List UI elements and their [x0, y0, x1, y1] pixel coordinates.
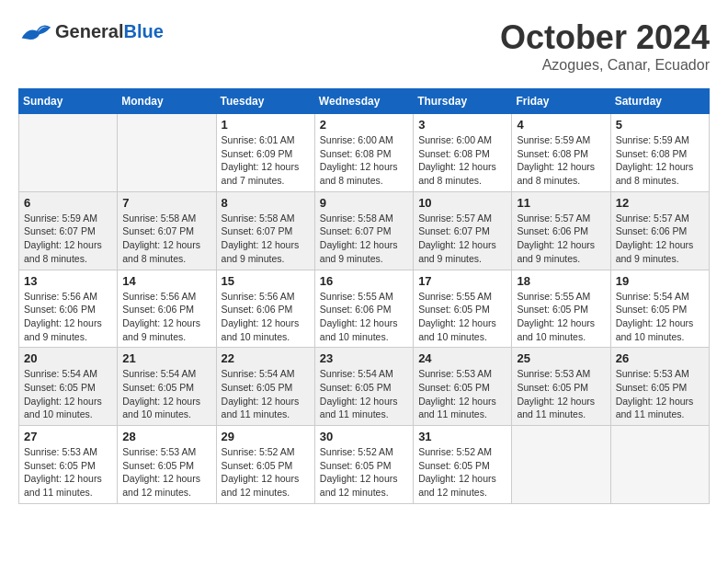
calendar-day-cell: 1Sunrise: 6:01 AM Sunset: 6:09 PM Daylig… — [216, 114, 314, 192]
calendar-week-row: 20Sunrise: 5:54 AM Sunset: 6:05 PM Dayli… — [19, 348, 710, 426]
calendar-day-cell: 24Sunrise: 5:53 AM Sunset: 6:05 PM Dayli… — [414, 348, 512, 426]
day-number: 1 — [222, 118, 310, 132]
day-number: 16 — [320, 274, 408, 288]
weekday-header: Tuesday — [216, 89, 314, 114]
calendar-day-cell: 12Sunrise: 5:57 AM Sunset: 6:06 PM Dayli… — [610, 191, 709, 270]
calendar-day-cell: 9Sunrise: 5:58 AM Sunset: 6:07 PM Daylig… — [314, 191, 413, 270]
day-detail: Sunrise: 5:55 AM Sunset: 6:05 PM Dayligh… — [517, 290, 605, 344]
day-detail: Sunrise: 5:58 AM Sunset: 6:07 PM Dayligh… — [320, 212, 408, 266]
calendar-day-cell: 10Sunrise: 5:57 AM Sunset: 6:07 PM Dayli… — [414, 191, 512, 270]
day-detail: Sunrise: 6:00 AM Sunset: 6:08 PM Dayligh… — [320, 133, 408, 188]
day-detail: Sunrise: 5:54 AM Sunset: 6:05 PM Dayligh… — [222, 367, 310, 421]
calendar-day-cell: 26Sunrise: 5:53 AM Sunset: 6:05 PM Dayli… — [610, 348, 709, 426]
day-number: 12 — [616, 196, 704, 210]
day-detail: Sunrise: 5:54 AM Sunset: 6:05 PM Dayligh… — [24, 367, 112, 421]
calendar-day-cell — [610, 426, 709, 504]
day-detail: Sunrise: 5:53 AM Sunset: 6:05 PM Dayligh… — [24, 445, 112, 500]
day-detail: Sunrise: 5:54 AM Sunset: 6:05 PM Dayligh… — [616, 290, 704, 344]
calendar-header-row: SundayMondayTuesdayWednesdayThursdayFrid… — [19, 89, 710, 114]
day-detail: Sunrise: 5:54 AM Sunset: 6:05 PM Dayligh… — [122, 367, 210, 421]
calendar-day-cell: 13Sunrise: 5:56 AM Sunset: 6:06 PM Dayli… — [19, 270, 118, 348]
day-detail: Sunrise: 5:59 AM Sunset: 6:08 PM Dayligh… — [517, 133, 605, 188]
day-number: 7 — [122, 196, 210, 210]
calendar-day-cell: 25Sunrise: 5:53 AM Sunset: 6:05 PM Dayli… — [512, 348, 610, 426]
day-number: 28 — [122, 430, 210, 443]
day-detail: Sunrise: 5:57 AM Sunset: 6:06 PM Dayligh… — [616, 212, 704, 266]
weekday-header: Sunday — [19, 89, 118, 114]
day-number: 11 — [517, 196, 605, 210]
day-number: 8 — [222, 196, 310, 210]
calendar-day-cell: 19Sunrise: 5:54 AM Sunset: 6:05 PM Dayli… — [610, 270, 709, 348]
day-detail: Sunrise: 5:59 AM Sunset: 6:07 PM Dayligh… — [24, 212, 112, 266]
calendar-day-cell: 5Sunrise: 5:59 AM Sunset: 6:08 PM Daylig… — [610, 114, 709, 192]
day-detail: Sunrise: 5:53 AM Sunset: 6:05 PM Dayligh… — [122, 445, 210, 500]
weekday-header: Monday — [118, 89, 216, 114]
day-number: 13 — [24, 274, 112, 288]
calendar-day-cell — [19, 114, 118, 192]
calendar-day-cell: 31Sunrise: 5:52 AM Sunset: 6:05 PM Dayli… — [414, 426, 512, 504]
day-number: 9 — [320, 196, 408, 210]
calendar-week-row: 27Sunrise: 5:53 AM Sunset: 6:05 PM Dayli… — [19, 426, 710, 504]
day-number: 24 — [418, 351, 506, 365]
calendar-day-cell: 16Sunrise: 5:55 AM Sunset: 6:06 PM Dayli… — [314, 270, 413, 348]
day-number: 31 — [418, 430, 506, 443]
calendar-day-cell: 18Sunrise: 5:55 AM Sunset: 6:05 PM Dayli… — [512, 270, 610, 348]
header: GeneralBlue October 2024 Azogues, Canar,… — [18, 18, 710, 74]
calendar-day-cell: 11Sunrise: 5:57 AM Sunset: 6:06 PM Dayli… — [512, 191, 610, 270]
day-detail: Sunrise: 5:56 AM Sunset: 6:06 PM Dayligh… — [122, 290, 210, 344]
day-detail: Sunrise: 5:52 AM Sunset: 6:05 PM Dayligh… — [222, 445, 310, 500]
title-block: October 2024 Azogues, Canar, Ecuador — [500, 18, 710, 74]
subtitle: Azogues, Canar, Ecuador — [500, 57, 710, 74]
calendar-day-cell: 7Sunrise: 5:58 AM Sunset: 6:07 PM Daylig… — [118, 191, 216, 270]
day-number: 5 — [616, 118, 704, 132]
day-number: 2 — [320, 118, 408, 132]
day-detail: Sunrise: 5:55 AM Sunset: 6:05 PM Dayligh… — [418, 290, 506, 344]
calendar: SundayMondayTuesdayWednesdayThursdayFrid… — [18, 88, 710, 504]
day-detail: Sunrise: 5:57 AM Sunset: 6:07 PM Dayligh… — [418, 212, 506, 266]
day-detail: Sunrise: 5:55 AM Sunset: 6:06 PM Dayligh… — [320, 290, 408, 344]
day-number: 19 — [616, 274, 704, 288]
day-detail: Sunrise: 5:56 AM Sunset: 6:06 PM Dayligh… — [24, 290, 112, 344]
calendar-day-cell — [118, 114, 216, 192]
calendar-day-cell: 30Sunrise: 5:52 AM Sunset: 6:05 PM Dayli… — [314, 426, 413, 504]
calendar-day-cell: 6Sunrise: 5:59 AM Sunset: 6:07 PM Daylig… — [19, 191, 118, 270]
calendar-day-cell: 28Sunrise: 5:53 AM Sunset: 6:05 PM Dayli… — [118, 426, 216, 504]
day-detail: Sunrise: 5:54 AM Sunset: 6:05 PM Dayligh… — [320, 367, 408, 421]
day-detail: Sunrise: 5:53 AM Sunset: 6:05 PM Dayligh… — [616, 367, 704, 421]
calendar-day-cell: 3Sunrise: 6:00 AM Sunset: 6:08 PM Daylig… — [414, 114, 512, 192]
day-number: 6 — [24, 196, 112, 210]
calendar-day-cell: 21Sunrise: 5:54 AM Sunset: 6:05 PM Dayli… — [118, 348, 216, 426]
logo-blue: Blue — [123, 21, 163, 41]
day-number: 20 — [24, 351, 112, 365]
calendar-day-cell: 23Sunrise: 5:54 AM Sunset: 6:05 PM Dayli… — [314, 348, 413, 426]
day-number: 23 — [320, 351, 408, 365]
day-number: 26 — [616, 351, 704, 365]
day-number: 22 — [222, 351, 310, 365]
day-number: 21 — [122, 351, 210, 365]
calendar-day-cell: 20Sunrise: 5:54 AM Sunset: 6:05 PM Dayli… — [19, 348, 118, 426]
month-title: October 2024 — [500, 18, 710, 57]
logo-icon — [18, 18, 51, 44]
calendar-week-row: 6Sunrise: 5:59 AM Sunset: 6:07 PM Daylig… — [19, 191, 710, 270]
day-number: 4 — [517, 118, 605, 132]
day-detail: Sunrise: 5:53 AM Sunset: 6:05 PM Dayligh… — [418, 367, 506, 421]
calendar-day-cell: 14Sunrise: 5:56 AM Sunset: 6:06 PM Dayli… — [118, 270, 216, 348]
weekday-header: Thursday — [414, 89, 512, 114]
calendar-day-cell: 4Sunrise: 5:59 AM Sunset: 6:08 PM Daylig… — [512, 114, 610, 192]
day-number: 10 — [418, 196, 506, 210]
day-detail: Sunrise: 5:53 AM Sunset: 6:05 PM Dayligh… — [517, 367, 605, 421]
day-detail: Sunrise: 6:00 AM Sunset: 6:08 PM Dayligh… — [418, 133, 506, 188]
day-number: 27 — [24, 430, 112, 443]
calendar-day-cell: 17Sunrise: 5:55 AM Sunset: 6:05 PM Dayli… — [414, 270, 512, 348]
day-number: 29 — [222, 430, 310, 443]
day-detail: Sunrise: 5:58 AM Sunset: 6:07 PM Dayligh… — [222, 212, 310, 266]
day-detail: Sunrise: 6:01 AM Sunset: 6:09 PM Dayligh… — [222, 133, 310, 188]
weekday-header: Wednesday — [314, 89, 413, 114]
day-detail: Sunrise: 5:52 AM Sunset: 6:05 PM Dayligh… — [418, 445, 506, 500]
day-detail: Sunrise: 5:57 AM Sunset: 6:06 PM Dayligh… — [517, 212, 605, 266]
day-number: 18 — [517, 274, 605, 288]
logo: GeneralBlue — [18, 18, 164, 44]
day-number: 17 — [418, 274, 506, 288]
calendar-day-cell: 22Sunrise: 5:54 AM Sunset: 6:05 PM Dayli… — [216, 348, 314, 426]
calendar-week-row: 13Sunrise: 5:56 AM Sunset: 6:06 PM Dayli… — [19, 270, 710, 348]
